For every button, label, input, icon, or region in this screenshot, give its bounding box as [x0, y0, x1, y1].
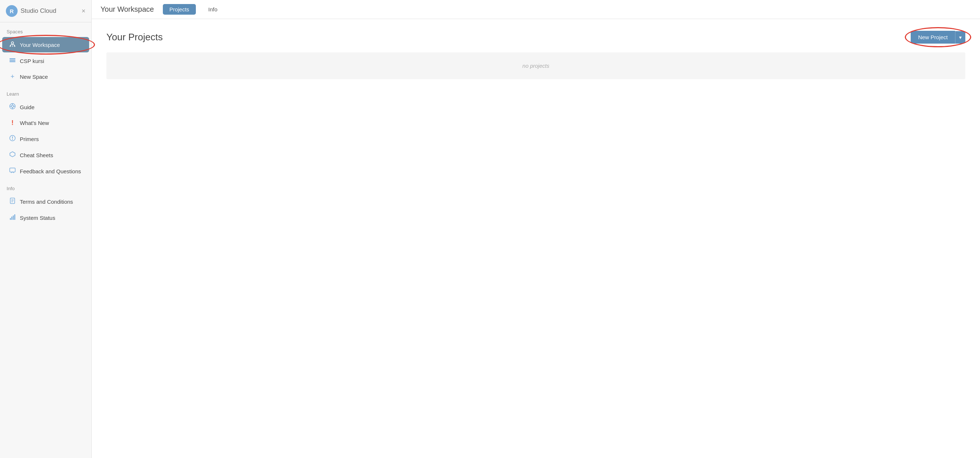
sidebar-item-csp-kursi[interactable]: CSP kursi: [2, 53, 89, 68]
main-content: Your Workspace Projects Info Your Projec…: [92, 0, 980, 458]
sidebar-item-your-workspace[interactable]: Your Workspace: [2, 37, 89, 52]
cheat-sheets-icon: [9, 151, 16, 159]
topbar-title: Your Workspace: [100, 5, 154, 14]
csp-kursi-icon: [9, 57, 16, 65]
svg-rect-20: [10, 218, 11, 220]
system-status-icon: [9, 214, 16, 222]
chevron-down-icon: ▾: [959, 35, 962, 40]
new-project-area: New Project ▾: [911, 31, 965, 44]
sidebar-item-whats-new[interactable]: ! What's New: [2, 116, 89, 130]
feedback-icon: [9, 167, 16, 175]
sidebar-item-label: Primers: [20, 136, 39, 142]
svg-rect-5: [10, 60, 15, 61]
sidebar-header: R Studio Cloud ×: [0, 0, 91, 22]
sidebar-item-terms[interactable]: Terms and Conditions: [2, 194, 89, 209]
projects-heading: Your Projects: [107, 32, 163, 43]
sidebar-item-guide[interactable]: Guide: [2, 99, 89, 115]
primers-icon: [9, 135, 16, 143]
sidebar-item-cheat-sheets[interactable]: Cheat Sheets: [2, 147, 89, 163]
svg-point-8: [11, 105, 14, 107]
app-title: Studio Cloud: [21, 7, 56, 15]
spaces-section-label: Spaces: [0, 22, 91, 36]
tab-info[interactable]: Info: [202, 4, 224, 15]
svg-rect-22: [13, 216, 14, 220]
no-projects-text: no projects: [522, 63, 549, 69]
sidebar-item-feedback[interactable]: Feedback and Questions: [2, 163, 89, 179]
terms-icon: [9, 198, 16, 206]
sidebar-item-label: System Status: [20, 215, 56, 221]
guide-icon: [9, 103, 16, 111]
new-project-button[interactable]: New Project: [911, 31, 955, 44]
svg-marker-14: [10, 152, 15, 157]
sidebar-item-label: CSP kursi: [20, 58, 44, 64]
svg-rect-23: [14, 214, 15, 220]
whats-new-icon: !: [9, 119, 16, 127]
content-area: Your Projects New Project ▾ no projects: [92, 19, 980, 458]
sidebar-item-label: New Space: [20, 74, 48, 80]
close-icon[interactable]: ×: [81, 8, 86, 14]
learn-section-label: Learn: [0, 85, 91, 99]
plus-icon: +: [9, 73, 16, 81]
topbar: Your Workspace Projects Info: [92, 0, 980, 19]
sidebar-item-primers[interactable]: Primers: [2, 131, 89, 147]
sidebar-item-system-status[interactable]: System Status: [2, 210, 89, 225]
sidebar-item-label: What's New: [20, 120, 49, 126]
new-project-dropdown-button[interactable]: ▾: [955, 31, 965, 44]
svg-rect-4: [10, 58, 15, 59]
tab-projects[interactable]: Projects: [163, 4, 196, 15]
sidebar-item-label: Your Workspace: [20, 42, 60, 48]
svg-rect-21: [11, 217, 13, 220]
sidebar-item-new-space[interactable]: + New Space: [2, 69, 89, 84]
projects-empty-box: no projects: [107, 52, 965, 79]
info-section-label: Info: [0, 179, 91, 193]
sidebar-item-label: Cheat Sheets: [20, 152, 53, 158]
sidebar-item-label: Terms and Conditions: [20, 198, 73, 205]
sidebar-item-label: Feedback and Questions: [20, 168, 81, 174]
logo-letter: R: [10, 8, 14, 14]
app-logo: R: [6, 5, 18, 17]
sidebar-item-label: Guide: [20, 104, 35, 110]
svg-rect-15: [10, 168, 15, 172]
content-header: Your Projects New Project ▾: [107, 31, 965, 44]
svg-point-0: [11, 42, 14, 44]
sidebar: R Studio Cloud × Spaces Your Workspace: [0, 0, 92, 458]
svg-rect-6: [10, 61, 15, 62]
workspace-icon: [9, 41, 16, 49]
